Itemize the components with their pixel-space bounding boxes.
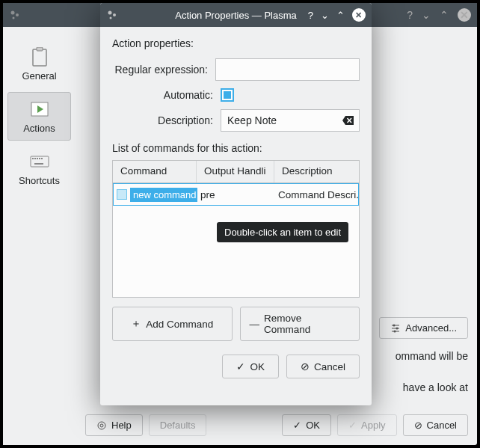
td-output[interactable]: pre [197,184,275,205]
table-header: Command Output Handli Description [113,161,359,183]
check-icon: ✓ [236,360,245,372]
bg-apply-button: ✓ Apply [337,414,397,436]
bg-ok-button[interactable]: ✓ OK [282,414,331,436]
th-output[interactable]: Output Handli [197,161,274,182]
svg-point-23 [113,13,116,16]
bg-close-icon[interactable]: ✕ [458,8,471,22]
svg-rect-4 [37,47,43,51]
command-edit-field[interactable]: new command [130,188,197,202]
keyboard-icon [29,151,50,172]
action-properties-dialog: Action Properties — Plasma ? ⌄ ⌃ ✕ Actio… [100,3,372,405]
dialog-titlebar[interactable]: Action Properties — Plasma ? ⌄ ⌃ ✕ [100,3,372,27]
sidebar-item-shortcuts[interactable]: Shortcuts [7,145,71,192]
sidebar-item-general[interactable]: General [7,40,71,88]
dialog-close-icon[interactable]: ✕ [352,8,366,22]
check-icon: ✓ [293,420,301,431]
svg-point-2 [13,17,15,19]
check-icon: ✓ [348,420,357,431]
settings-icon [390,323,401,334]
bg-defaults-button: Defaults [149,414,207,436]
th-command[interactable]: Command [113,161,197,182]
svg-point-20 [98,422,105,429]
clipboard-icon [29,46,50,67]
dialog-help-icon[interactable]: ? [308,10,313,21]
svg-rect-10 [37,158,38,159]
svg-rect-3 [33,49,46,66]
commands-label: List of commands for this action: [112,142,360,154]
cancel-icon: ⊘ [414,420,422,431]
sidebar-item-actions[interactable]: Actions [7,92,71,141]
svg-rect-11 [39,158,40,159]
bg-partial-text: ommand will be [396,350,468,362]
minus-icon: — [250,319,260,330]
regex-input[interactable] [215,58,360,81]
help-icon [96,420,107,431]
plus-icon: ＋ [131,317,141,331]
svg-point-21 [100,424,103,427]
svg-point-17 [393,324,396,326]
bg-help-button[interactable]: Help [85,414,143,436]
ok-button[interactable]: ✓ OK [222,355,279,378]
bg-partial-text: have a look at [403,381,468,393]
svg-point-18 [396,327,399,329]
description-input[interactable]: Keep Note [227,114,338,126]
svg-point-0 [11,11,15,15]
actions-icon [29,99,50,120]
svg-rect-13 [34,163,43,165]
dialog-min-icon[interactable]: ⌄ [321,10,329,21]
svg-point-1 [16,13,19,16]
svg-point-22 [108,11,112,15]
automatic-label: Automatic: [112,89,221,101]
svg-rect-8 [32,158,34,159]
th-description[interactable]: Description [274,161,359,182]
bg-window-controls: ? ⌄ ⌃ ✕ [407,8,471,22]
description-label: Description: [112,114,221,126]
bg-cancel-button[interactable]: ⊘ Cancel [403,414,468,436]
sidebar-item-label: Shortcuts [19,175,60,186]
clear-icon[interactable] [342,115,354,126]
svg-point-24 [110,17,112,19]
dialog-max-icon[interactable]: ⌃ [336,10,345,21]
bg-help-icon[interactable]: ? [407,9,413,21]
add-command-button[interactable]: ＋ Add Command [112,307,233,341]
svg-rect-12 [41,158,43,159]
cancel-icon: ⊘ [301,360,310,372]
sidebar-item-label: Actions [23,123,55,134]
svg-rect-9 [34,158,36,159]
bg-min-icon[interactable]: ⌄ [422,9,431,21]
bg-advanced-button[interactable]: Advanced... [379,317,468,339]
bg-app-icon [9,9,21,21]
automatic-checkbox[interactable] [221,88,234,102]
dialog-app-icon [106,9,118,21]
section-label: Action properties: [112,37,360,49]
remove-command-button[interactable]: — Remove Command [240,307,360,341]
command-icon [117,189,127,200]
table-row[interactable]: new command pre Command Descri... [113,183,359,206]
td-description[interactable]: Command Descri... [275,184,358,205]
bg-max-icon[interactable]: ⌃ [440,9,449,21]
dialog-title: Action Properties — Plasma [175,10,297,21]
svg-point-19 [394,330,396,332]
bg-footer-buttons: Help Defaults ✓ OK ✓ Apply ⊘ Cancel [85,414,468,436]
cancel-button[interactable]: ⊘ Cancel [286,355,360,378]
regex-label: Regular expression: [112,64,215,76]
settings-sidebar: General Actions Shortcuts [3,27,76,445]
edit-tooltip: Double-click an item to edit [217,222,348,242]
sidebar-item-label: General [22,70,56,82]
